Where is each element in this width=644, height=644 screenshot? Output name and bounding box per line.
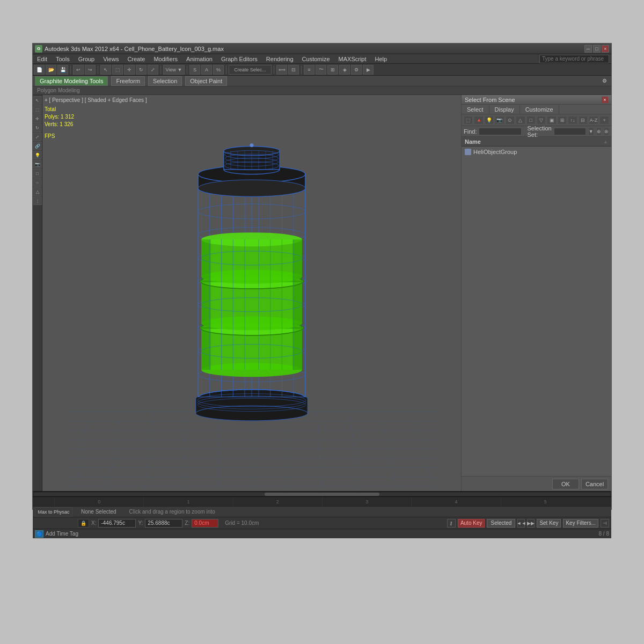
selected-dropdown[interactable]: Selected xyxy=(487,519,515,528)
named-sel-set[interactable]: Create Selec... xyxy=(229,65,272,75)
panel-btn-5[interactable]: ⊙ xyxy=(506,116,515,125)
mirror-button[interactable]: ⟺ xyxy=(276,65,287,75)
menu-create[interactable]: Create xyxy=(125,56,147,62)
menu-group[interactable]: Group xyxy=(76,56,97,62)
auto-key-icon[interactable]: ⚷ xyxy=(447,519,456,528)
z-coord[interactable]: 0.0cm xyxy=(192,519,218,528)
save-button[interactable]: 💾 xyxy=(57,65,68,75)
panel-btn-11[interactable]: ↑↓ xyxy=(568,116,577,125)
close-button[interactable]: × xyxy=(602,45,609,53)
angle-snap[interactable]: A xyxy=(201,65,212,75)
left-tool-8[interactable]: 📷 xyxy=(33,160,42,169)
new-button[interactable]: 📄 xyxy=(34,65,45,75)
left-tool-6[interactable]: 🔗 xyxy=(33,142,42,150)
menu-graph-editors[interactable]: Graph Editors xyxy=(219,56,260,62)
menu-views[interactable]: Views xyxy=(101,56,121,62)
panel-tab-select[interactable]: Select xyxy=(462,105,489,114)
gmt-tab-freeform[interactable]: Freeform xyxy=(111,76,145,86)
set-key-button[interactable]: Set Key xyxy=(537,519,561,528)
panel-btn-7[interactable]: □ xyxy=(526,116,536,125)
selection-set-input[interactable] xyxy=(554,128,586,135)
menu-customize[interactable]: Customize xyxy=(300,56,332,62)
max-to-phys-button[interactable]: Max to Physac xyxy=(35,507,72,517)
sel-highlight-btn[interactable]: ⊕ xyxy=(596,127,602,136)
left-tool-2[interactable]: ⬚ xyxy=(33,105,42,114)
ok-button[interactable]: OK xyxy=(552,479,579,489)
y-coord[interactable]: 25.6888c xyxy=(145,519,182,528)
x-coord[interactable]: -446.795c xyxy=(98,519,136,528)
sel-clear-btn[interactable]: ⊗ xyxy=(604,127,609,136)
key-filters-button[interactable]: Key Filters... xyxy=(563,519,598,528)
menu-tools[interactable]: Tools xyxy=(54,56,72,62)
reference-dropdown[interactable]: View ▼ xyxy=(163,65,185,75)
rotate-button[interactable]: ↻ xyxy=(136,65,147,75)
left-tool-3[interactable]: ✛ xyxy=(33,114,42,123)
panel-tab-customize[interactable]: Customize xyxy=(520,105,559,114)
gmt-settings[interactable]: ⚙ xyxy=(602,78,609,84)
menu-modifiers[interactable]: Modifiers xyxy=(151,56,180,62)
menu-animation[interactable]: Animation xyxy=(184,56,215,62)
scale-button[interactable]: ⤢ xyxy=(148,65,158,75)
curve-editor[interactable]: 〜 xyxy=(316,65,326,75)
h-scrollbar-track[interactable] xyxy=(34,493,610,496)
gmt-tab-graphite[interactable]: Graphite Modeling Tools xyxy=(35,76,108,86)
panel-tab-display[interactable]: Display xyxy=(489,105,520,114)
anim-next-btn[interactable]: ▶▶ xyxy=(527,519,535,528)
render-scene[interactable]: ⚙ xyxy=(351,65,362,75)
scene-panel-close-button[interactable]: × xyxy=(602,97,608,103)
material-editor[interactable]: ◈ xyxy=(339,65,350,75)
h-scrollbar-thumb[interactable] xyxy=(265,493,380,496)
left-tool-9[interactable]: □ xyxy=(33,169,42,178)
auto-key-button[interactable]: Auto Key xyxy=(458,519,485,528)
menu-edit[interactable]: Edit xyxy=(35,56,49,62)
add-time-tag-icon[interactable]: 🔵 xyxy=(35,530,43,538)
open-button[interactable]: 📂 xyxy=(46,65,56,75)
panel-btn-9[interactable]: ▣ xyxy=(547,116,556,125)
move-button[interactable]: ✛ xyxy=(124,65,135,75)
anim-end-btn[interactable]: ⊣ xyxy=(601,519,609,528)
redo-button[interactable]: ↪ xyxy=(85,65,96,75)
minimize-button[interactable]: ─ xyxy=(584,45,592,53)
timeline-bar[interactable]: 0 1 2 3 4 5 xyxy=(33,496,611,506)
maximize-button[interactable]: □ xyxy=(593,45,601,53)
sel-set-dropdown[interactable]: ▼ xyxy=(588,127,594,136)
align-button[interactable]: ⊟ xyxy=(288,65,299,75)
undo-button[interactable]: ↩ xyxy=(73,65,84,75)
menu-maxscript[interactable]: MAXScript xyxy=(336,56,369,62)
panel-import-btn[interactable]: + xyxy=(599,116,609,125)
panel-btn-1[interactable]: ⬚ xyxy=(464,116,473,125)
panel-btn-8[interactable]: ▽ xyxy=(537,116,546,125)
panel-btn-10[interactable]: ⊞ xyxy=(558,116,567,125)
panel-btn-2[interactable]: 🔺 xyxy=(474,116,483,125)
panel-btn-6[interactable]: △ xyxy=(516,116,525,125)
select-button[interactable]: ↖ xyxy=(100,65,111,75)
schematic-view[interactable]: ⊞ xyxy=(327,65,338,75)
left-tool-5[interactable]: ⤢ xyxy=(33,133,42,141)
h-scrollbar[interactable] xyxy=(33,491,611,496)
object-item-0[interactable]: HeliObjectGroup xyxy=(463,148,610,156)
select-region-button[interactable]: ⬚ xyxy=(112,65,123,75)
snap-toggle[interactable]: S xyxy=(189,65,200,75)
left-tool-12[interactable]: ⋮ xyxy=(33,196,42,205)
panel-btn-3[interactable]: 💡 xyxy=(485,116,494,125)
panel-btn-12[interactable]: ⊟ xyxy=(579,116,588,125)
gmt-tab-selection[interactable]: Selection xyxy=(148,76,182,86)
panel-btn-4[interactable]: 📷 xyxy=(495,116,504,125)
object-list[interactable]: HeliObjectGroup xyxy=(462,147,611,476)
lock-icon-btn[interactable]: 🔒 xyxy=(78,519,89,528)
menu-rendering[interactable]: Rendering xyxy=(264,56,296,62)
find-input[interactable] xyxy=(479,128,522,135)
left-tool-4[interactable]: ↻ xyxy=(33,123,42,132)
menu-help[interactable]: Help xyxy=(373,56,390,62)
left-tool-1[interactable]: ↖ xyxy=(33,96,42,105)
search-input[interactable] xyxy=(539,55,609,63)
viewport[interactable]: + [ Perspective ] [ Shaded + Edged Faces… xyxy=(42,95,461,491)
percent-snap[interactable]: % xyxy=(213,65,224,75)
panel-sort-btn[interactable]: A-Z xyxy=(589,116,598,125)
anim-prev-btn[interactable]: ◄◄ xyxy=(517,519,525,528)
left-tool-11[interactable]: △ xyxy=(33,187,42,196)
layer-manager[interactable]: ≡ xyxy=(304,65,314,75)
left-tool-10[interactable]: ○ xyxy=(33,178,42,187)
quick-render[interactable]: ▶ xyxy=(363,65,374,75)
left-tool-7[interactable]: 💡 xyxy=(33,151,42,159)
